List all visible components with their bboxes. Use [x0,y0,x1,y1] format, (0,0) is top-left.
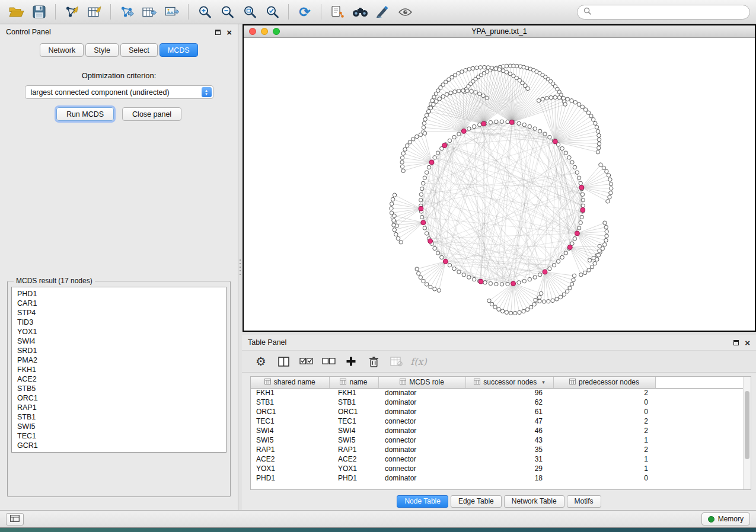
cell-shared_name[interactable]: STB1 [251,398,329,407]
close-table-panel-icon[interactable]: × [745,338,750,347]
cell-role[interactable]: connector [378,416,465,426]
tab-motifs[interactable]: Motifs [567,495,601,508]
zoom-selected-icon[interactable] [261,2,283,21]
tab-style[interactable]: Style [85,43,119,57]
cell-predecessors[interactable]: 0 [553,473,655,483]
mcds-node-item[interactable]: SRD1 [12,346,226,355]
cell-shared_name[interactable]: RAP1 [251,445,329,454]
cell-successors[interactable]: 61 [465,407,553,416]
cell-predecessors[interactable]: 2 [553,426,655,435]
mcds-node-item[interactable]: GCR1 [12,441,226,450]
close-window-button[interactable] [249,28,256,35]
cell-predecessors[interactable]: 2 [553,416,655,426]
highlight-icon[interactable] [372,2,393,21]
import-table-icon[interactable] [84,2,105,21]
tab-select[interactable]: Select [120,43,158,57]
close-panel-button[interactable]: Close panel [122,107,181,121]
column-header-MCDS-role[interactable]: MCDS role [378,377,465,388]
cell-predecessors[interactable]: 1 [553,464,655,473]
mcds-node-item[interactable]: RAP1 [12,403,226,412]
clone-network-icon[interactable] [327,2,348,21]
mcds-node-item[interactable]: FKH1 [12,365,226,374]
network-graph[interactable] [244,38,755,331]
mcds-node-item[interactable]: CAR1 [12,299,226,308]
table-row[interactable]: YOX1YOX1connector291 [251,464,743,473]
cell-predecessors[interactable]: 1 [553,435,655,445]
mcds-node-item[interactable]: ORC1 [12,393,226,403]
cell-successors[interactable]: 43 [465,435,553,445]
column-header-name[interactable]: name [329,377,378,388]
export-table-icon[interactable] [139,2,160,21]
cell-shared_name[interactable]: TEC1 [251,416,329,426]
cell-predecessors[interactable]: 1 [553,454,655,464]
maximize-window-button[interactable] [273,28,280,35]
import-network-icon[interactable] [61,2,82,21]
table-row[interactable]: PHD1PHD1dominator180 [251,473,743,483]
tab-network[interactable]: Network [40,43,84,57]
cell-name[interactable]: RAP1 [329,445,378,454]
criterion-select[interactable]: largest connected component (undirected)… [25,85,213,99]
cell-successors[interactable]: 62 [465,398,553,407]
tab-network-table[interactable]: Network Table [504,495,564,508]
network-canvas[interactable] [244,38,755,331]
cell-name[interactable]: SWI4 [329,426,378,435]
function-builder-icon[interactable]: f(x) [409,352,428,370]
open-folder-icon[interactable] [6,2,27,21]
cell-predecessors[interactable]: 2 [553,445,655,454]
cell-name[interactable]: PHD1 [329,473,378,483]
cell-shared_name[interactable]: ORC1 [251,407,329,416]
run-mcds-button[interactable]: Run MCDS [56,107,114,121]
cell-name[interactable]: FKH1 [329,388,378,398]
cell-successors[interactable]: 46 [465,426,553,435]
table-row[interactable]: SWI4SWI4dominator462 [251,426,743,435]
export-image-icon[interactable] [161,2,183,21]
minimize-window-button[interactable] [261,28,268,35]
cell-successors[interactable]: 31 [465,454,553,464]
column-header-shared-name[interactable]: shared name [251,377,329,388]
save-icon[interactable] [28,2,50,21]
cell-predecessors[interactable]: 0 [553,398,655,407]
float-table-panel-icon[interactable] [733,340,739,345]
columns-icon[interactable] [274,352,293,370]
mcds-node-item[interactable]: TID3 [12,318,226,327]
cell-name[interactable]: ACE2 [329,454,378,464]
refresh-icon[interactable]: ⟳ [294,2,315,21]
delete-row-icon[interactable] [364,352,383,370]
search-box[interactable] [577,5,750,20]
table-row[interactable]: SWI5SWI5connector431 [251,435,743,445]
float-panel-icon[interactable] [215,30,221,35]
cell-name[interactable]: ORC1 [329,407,378,416]
table-row[interactable]: STB1STB1dominator620 [251,398,743,407]
table-row[interactable]: ACE2ACE2connector311 [251,454,743,464]
cell-successors[interactable]: 18 [465,473,553,483]
mcds-node-item[interactable]: STP4 [12,308,226,318]
mcds-node-item[interactable]: STB1 [12,412,226,422]
close-panel-icon[interactable]: × [227,28,232,37]
eye-icon[interactable] [394,2,416,21]
column-header-predecessor-nodes[interactable]: predecessor nodes [553,377,655,388]
cell-successors[interactable]: 35 [465,445,553,454]
mcds-node-item[interactable]: PHD1 [12,289,226,299]
cell-successors[interactable]: 96 [465,388,553,398]
cell-role[interactable]: dominator [378,426,465,435]
cell-role[interactable]: connector [378,435,465,445]
mcds-result-list[interactable]: PHD1CAR1STP4TID3YOX1SWI4SRD1PMA2FKH1ACE2… [11,287,227,453]
cell-role[interactable]: dominator [378,398,465,407]
scrollbar-thumb[interactable] [745,391,749,459]
cell-successors[interactable]: 47 [465,416,553,426]
table-row[interactable]: RAP1RAP1dominator352 [251,445,743,454]
cell-shared_name[interactable]: SWI4 [251,426,329,435]
tab-edge-table[interactable]: Edge Table [451,495,502,508]
table-row[interactable]: ORC1ORC1dominator610 [251,407,743,416]
mcds-node-item[interactable]: PMA2 [12,355,226,365]
table-row[interactable]: TEC1TEC1connector472 [251,416,743,426]
cell-shared_name[interactable]: PHD1 [251,473,329,483]
mcds-node-item[interactable]: YOX1 [12,327,226,336]
mcds-node-item[interactable]: STB5 [12,384,226,393]
mcds-node-item[interactable]: SWI5 [12,422,226,431]
tab-mcds[interactable]: MCDS [160,43,198,57]
sort-dropdown-icon[interactable]: ▾ [542,379,545,385]
mcds-node-item[interactable]: TEC1 [12,431,226,441]
table-row[interactable]: FKH1FKH1dominator962 [251,388,743,398]
zoom-fit-icon[interactable] [239,2,260,21]
